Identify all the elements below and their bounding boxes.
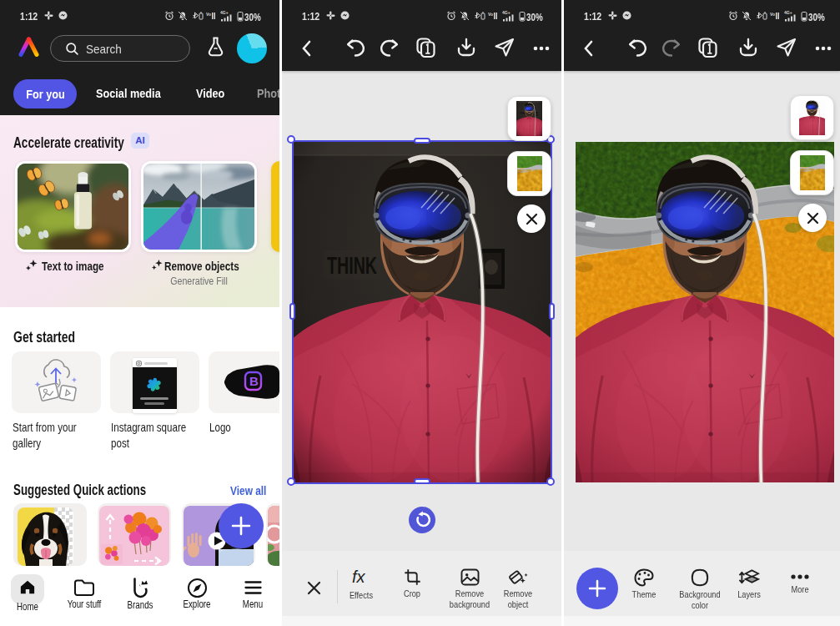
svg-text:Vo: Vo bbox=[206, 12, 211, 17]
svg-text:4G+: 4G+ bbox=[784, 10, 792, 15]
svg-text:4G+: 4G+ bbox=[502, 10, 511, 15]
svg-text:Vo: Vo bbox=[488, 12, 493, 17]
svg-text:fx: fx bbox=[352, 568, 366, 586]
svg-text:4G+: 4G+ bbox=[220, 10, 229, 15]
svg-text:B: B bbox=[249, 374, 259, 388]
svg-text:Vo: Vo bbox=[770, 12, 775, 17]
